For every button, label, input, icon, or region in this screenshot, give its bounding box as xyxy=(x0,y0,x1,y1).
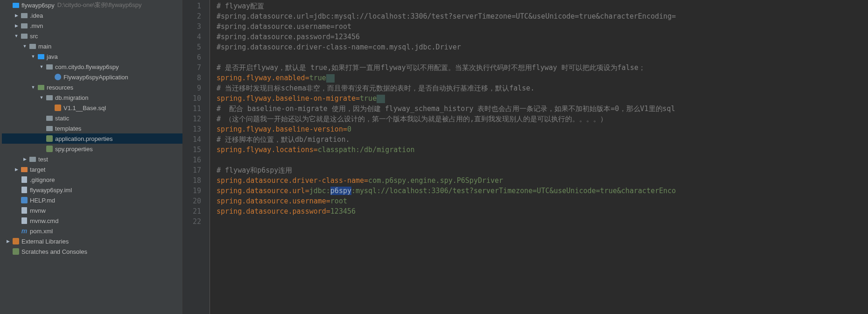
code-line[interactable]: # flyway配置 xyxy=(217,1,868,11)
property-key: spring.flyway.locations xyxy=(217,146,314,154)
tree-item-spy-properties[interactable]: ▶spy.properties xyxy=(2,144,182,154)
tree-arrow-icon[interactable]: ▼ xyxy=(38,94,45,101)
tree-item-templates[interactable]: ▶templates xyxy=(2,123,182,133)
tree-arrow-icon[interactable]: ▼ xyxy=(30,84,36,91)
tree-label: spy.properties xyxy=(55,146,93,153)
tree-item-mvnw[interactable]: ▶mvnw xyxy=(2,205,182,216)
equals-sign: = xyxy=(343,125,347,133)
tree-item-resources[interactable]: ▼resources xyxy=(2,82,182,92)
tree-path: D:\citydo-one\案例\flywayp6spy xyxy=(57,1,142,9)
tree-arrow-icon[interactable]: ▶ xyxy=(21,156,28,162)
code-line[interactable]: spring.datasource.username=root xyxy=(217,196,868,206)
tree-item-com-citydo-flywayp6spy[interactable]: ▼com.citydo.flywayp6spy xyxy=(2,62,182,72)
property-key: spring.datasource.password xyxy=(217,207,326,216)
comment-text: #spring.datasource.driver-class-name=com… xyxy=(217,43,461,51)
code-line[interactable]: # 配合 baseline-on-migrate 使用，因为创建 flyway_… xyxy=(217,104,868,114)
comment-text: # flyway配置 xyxy=(217,2,264,10)
line-number: 6 xyxy=(183,52,210,63)
code-line[interactable]: spring.flyway.baseline-on-migrate=true xyxy=(217,93,868,104)
line-number: 21 xyxy=(183,206,210,216)
code-line[interactable] xyxy=(217,52,868,63)
tree-label: db.migration xyxy=(55,94,89,101)
code-content[interactable]: # flyway配置#spring.datasource.url=jdbc:my… xyxy=(210,0,868,314)
tree-arrow-icon[interactable]: ▼ xyxy=(21,43,28,49)
tree-arrow-icon[interactable]: ▶ xyxy=(13,12,20,19)
line-number: 15 xyxy=(183,145,210,155)
code-line[interactable]: #spring.datasource.url=jdbc:mysql://loca… xyxy=(217,11,868,21)
line-number: 2 xyxy=(183,11,210,21)
folder-gray xyxy=(29,42,36,50)
folder-pkg xyxy=(46,114,53,122)
code-line[interactable]: # 迁移脚本的位置，默认db/migration. xyxy=(217,134,868,145)
props-icon xyxy=(46,145,53,153)
tree-label: test xyxy=(38,156,48,163)
tree-label: pom.xml xyxy=(30,228,53,235)
code-line[interactable]: #spring.datasource.driver-class-name=com… xyxy=(217,42,868,52)
props-icon xyxy=(46,135,53,142)
folder-pkg xyxy=(46,125,53,132)
tree-label: resources xyxy=(47,84,73,91)
tree-arrow-icon[interactable]: ▶ xyxy=(5,238,11,244)
line-number: 10 xyxy=(183,93,210,104)
tree-label: mvnw.cmd xyxy=(30,217,58,224)
code-line[interactable]: # （这个问题我一开始还以为它就是这么设计的，第一个版本我以为就是被占用的,直到… xyxy=(217,114,868,124)
line-number: 7 xyxy=(183,63,210,73)
tree-item-application-properties[interactable]: ▶application.properties xyxy=(2,133,182,144)
folder-blue xyxy=(12,1,20,9)
tree-item-main[interactable]: ▼main xyxy=(2,41,182,51)
tree-item-pom-xml[interactable]: ▶mpom.xml xyxy=(2,226,182,236)
code-line[interactable] xyxy=(217,155,868,165)
folder-orange xyxy=(21,166,28,173)
code-line[interactable]: spring.datasource.driver-class-name=com.… xyxy=(217,175,868,186)
property-value: classpath:/db/migration xyxy=(318,146,415,154)
code-line[interactable]: spring.flyway.locations=classpath:/db/mi… xyxy=(217,145,868,155)
tree-item-db-migration[interactable]: ▼db.migration xyxy=(2,92,182,103)
tree-arrow-icon[interactable]: ▼ xyxy=(30,53,36,60)
tree-label: HELP.md xyxy=(30,197,55,204)
comment-text: #spring.datasource.url=jdbc:mysql://loca… xyxy=(217,12,676,21)
tree-item-java[interactable]: ▼java xyxy=(2,51,182,62)
tree-item-test[interactable]: ▶test xyxy=(2,154,182,164)
tree-item--mvn[interactable]: ▶.mvn xyxy=(2,21,182,31)
tree-arrow-icon[interactable]: ▶ xyxy=(13,166,20,173)
tree-item--idea[interactable]: ▶.idea xyxy=(2,10,182,21)
tree-item-static[interactable]: ▶static xyxy=(2,113,182,123)
tree-label: .mvn xyxy=(30,22,43,29)
code-editor[interactable]: 12345678910111213141516171819202122 # fl… xyxy=(183,0,868,314)
tree-label: Scratches and Consoles xyxy=(21,248,87,255)
tree-item-help-md[interactable]: ▶HELP.md xyxy=(2,195,182,205)
tree-item-scratches-and-consoles[interactable]: ▶Scratches and Consoles xyxy=(2,246,182,257)
code-line[interactable]: # 是否开启flyway，默认是 true,如果打算一直用flyway可以不用配… xyxy=(217,63,868,73)
tree-item-v1-1-base-sql[interactable]: ▶V1.1__Base.sql xyxy=(2,103,182,113)
code-line[interactable]: spring.datasource.url=jdbc:p6spy:mysql:/… xyxy=(217,186,868,196)
tree-item--gitignore[interactable]: ▶.gitignore xyxy=(2,174,182,185)
tree-item-flywayp6spy[interactable]: ▶flywayp6spyD:\citydo-one\案例\flywayp6spy xyxy=(2,0,182,10)
line-number: 19 xyxy=(183,186,210,196)
tree-arrow-icon[interactable]: ▼ xyxy=(13,33,20,39)
folder-gray xyxy=(29,155,36,163)
code-line[interactable]: spring.flyway.baseline-version=0 xyxy=(217,124,868,134)
tree-item-src[interactable]: ▼src xyxy=(2,31,182,41)
line-number: 9 xyxy=(183,83,210,93)
tree-arrow-icon[interactable]: ▼ xyxy=(38,63,45,70)
tree-item-mvnw-cmd[interactable]: ▶mvnw.cmd xyxy=(2,216,182,226)
property-value: true xyxy=(309,74,326,82)
code-line[interactable]: #spring.datasource.username=root xyxy=(217,21,868,32)
selected-text: p6spy xyxy=(330,187,351,195)
class-icon xyxy=(54,73,62,81)
code-line[interactable]: # flyway和p6spy连用 xyxy=(217,165,868,175)
tree-item-external-libraries[interactable]: ▶External Libraries xyxy=(2,236,182,246)
code-line[interactable]: #spring.datasource.password=123456 xyxy=(217,32,868,42)
tree-item-flywayp6spyapplication[interactable]: ▶Flywayp6spyApplication xyxy=(2,72,182,82)
tree-item-flywayp6spy-iml[interactable]: ▶flywayp6spy.iml xyxy=(2,185,182,195)
tree-arrow-icon[interactable]: ▶ xyxy=(13,22,20,29)
scratch-icon xyxy=(12,248,20,255)
project-tree[interactable]: ▶flywayp6spyD:\citydo-one\案例\flywayp6spy… xyxy=(2,0,183,314)
tree-item-target[interactable]: ▶target xyxy=(2,164,182,174)
code-line[interactable]: spring.flyway.enabled=true xyxy=(217,73,868,83)
trailing-whitespace xyxy=(326,74,335,83)
code-line[interactable] xyxy=(217,216,868,227)
code-line[interactable]: spring.datasource.password=123456 xyxy=(217,206,868,216)
code-line[interactable]: # 当迁移时发现目标schema非空，而且带有没有元数据的表时，是否自动执行基准… xyxy=(217,83,868,93)
tree-label: main xyxy=(38,43,51,50)
